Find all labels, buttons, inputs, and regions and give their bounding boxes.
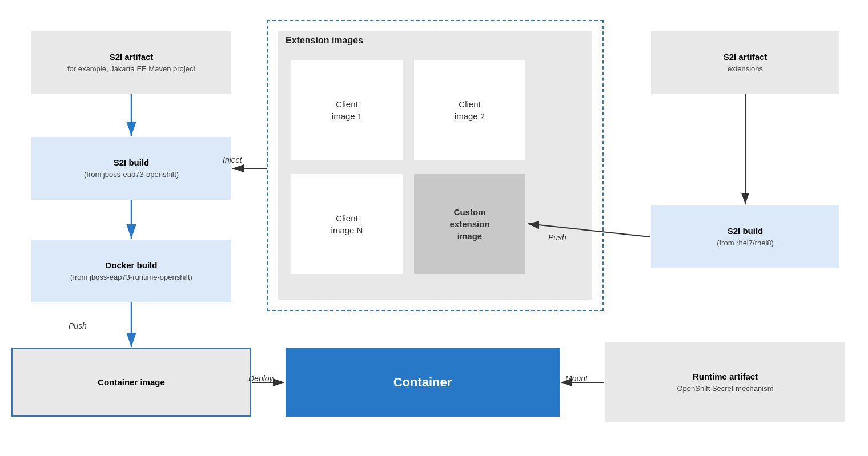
- push-right-label: Push: [548, 233, 566, 242]
- docker-build: Docker build (from jboss-eap73-runtime-o…: [31, 240, 231, 302]
- custom-extension-image: Custom extension image: [414, 174, 525, 274]
- push-left-label: Push: [69, 321, 87, 330]
- container: Container: [286, 348, 560, 417]
- client-image-2: Client image 2: [414, 60, 525, 160]
- s2i-build-left: S2I build (from jboss-eap73-openshift): [31, 137, 231, 200]
- runtime-artifact: Runtime artifact OpenShift Secret mechan…: [605, 342, 845, 422]
- client-image-1: Client image 1: [291, 60, 403, 160]
- mount-label: Mount: [565, 374, 588, 383]
- s2i-build-right: S2I build (from rhel7/rhel8): [651, 205, 839, 268]
- extension-images-label: Extension images: [286, 35, 363, 46]
- container-image: Container image: [11, 348, 251, 417]
- s2i-artifact-right: S2I artifact extensions: [651, 31, 839, 94]
- diagram: Extension images Client image 1 Client i…: [0, 0, 868, 456]
- deploy-label: Deploy: [248, 374, 274, 383]
- inject-label: Inject: [223, 155, 242, 164]
- client-image-n: Client image N: [291, 174, 403, 274]
- s2i-artifact-top: S2I artifact for example, Jakarta EE Mav…: [31, 31, 231, 94]
